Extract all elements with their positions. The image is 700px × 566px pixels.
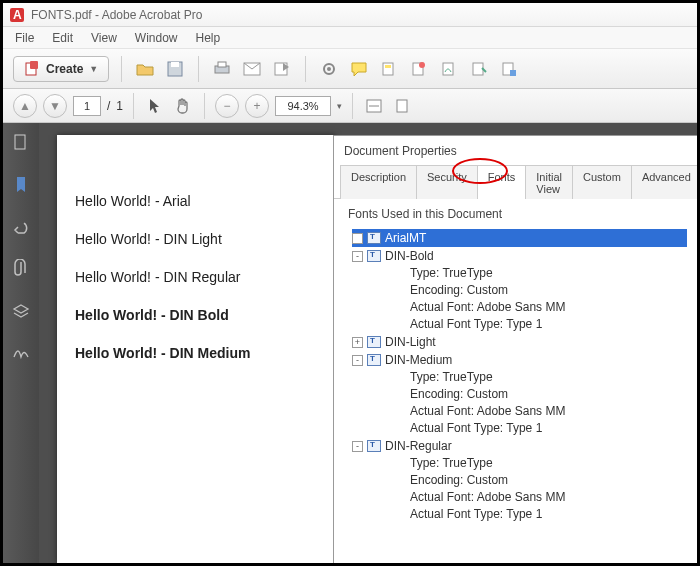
create-label: Create (46, 62, 83, 76)
fit-width-icon[interactable] (363, 95, 385, 117)
create-button[interactable]: Create ▼ (13, 56, 109, 82)
zoom-out-button[interactable]: − (215, 94, 239, 118)
expander-icon[interactable]: + (352, 233, 363, 244)
font-detail-encoding: Encoding: Custom (352, 282, 687, 299)
zoom-in-button[interactable]: + (245, 94, 269, 118)
font-detail-type: Type: TrueType (352, 265, 687, 282)
document-area: Hello World! - Arial Hello World! - DIN … (39, 123, 697, 563)
svg-rect-3 (30, 61, 38, 69)
separator (352, 93, 353, 119)
attach-icon[interactable] (468, 58, 490, 80)
svg-text:A: A (13, 8, 22, 22)
fonts-section-label: Fonts Used in this Document (334, 199, 697, 225)
expander-icon[interactable]: - (352, 355, 363, 366)
open-icon[interactable] (134, 58, 156, 80)
tab-custom[interactable]: Custom (572, 165, 632, 199)
font-icon (367, 354, 381, 366)
font-node-din-medium[interactable]: - DIN-Medium (352, 351, 687, 369)
zoom-input[interactable] (275, 96, 331, 116)
tab-security[interactable]: Security (416, 165, 478, 199)
separator (133, 93, 134, 119)
app-icon: A (9, 7, 25, 23)
comment-icon[interactable] (348, 58, 370, 80)
menu-view[interactable]: View (83, 29, 125, 47)
email-icon[interactable] (241, 58, 263, 80)
fit-page-icon[interactable] (391, 95, 413, 117)
expander-icon[interactable]: + (352, 337, 363, 348)
highlight-icon[interactable] (378, 58, 400, 80)
svg-rect-13 (385, 65, 391, 68)
font-detail-encoding: Encoding: Custom (352, 472, 687, 489)
menu-file[interactable]: File (7, 29, 42, 47)
font-detail-encoding: Encoding: Custom (352, 386, 687, 403)
expander-icon[interactable]: - (352, 251, 363, 262)
sample-line-din-regular: Hello World! - DIN Regular (75, 269, 317, 285)
toolbar-main: Create ▼ (3, 49, 697, 89)
font-name: DIN-Medium (385, 353, 452, 367)
menu-window[interactable]: Window (127, 29, 186, 47)
svg-rect-7 (218, 62, 226, 67)
separator (204, 93, 205, 119)
share-icon[interactable] (271, 58, 293, 80)
font-detail-actual-font: Actual Font: Adobe Sans MM (352, 403, 687, 420)
save-icon[interactable] (164, 58, 186, 80)
font-name: DIN-Bold (385, 249, 434, 263)
fonts-tree: + ArialMT - DIN-Bold Type: TrueType Enco… (334, 225, 697, 533)
panel-title: Document Properties (334, 136, 697, 164)
page-down-button[interactable]: ▼ (43, 94, 67, 118)
expander-icon[interactable]: - (352, 441, 363, 452)
tab-fonts[interactable]: Fonts (477, 165, 527, 199)
font-node-din-light[interactable]: + DIN-Light (352, 333, 687, 351)
font-icon (367, 232, 381, 244)
page-number-input[interactable] (73, 96, 101, 116)
gear-icon[interactable] (318, 58, 340, 80)
menu-help[interactable]: Help (188, 29, 229, 47)
attachments-icon[interactable] (11, 259, 31, 279)
chevron-down-icon: ▼ (89, 64, 98, 74)
font-name: DIN-Light (385, 335, 436, 349)
svg-rect-5 (171, 62, 179, 67)
app-frame: A FONTS.pdf - Adobe Acrobat Pro File Edi… (0, 0, 700, 566)
select-tool-icon[interactable] (144, 95, 166, 117)
svg-point-15 (419, 62, 425, 68)
toolbar-nav: ▲ ▼ / 1 − + ▾ (3, 89, 697, 123)
font-detail-actual-type: Actual Font Type: Type 1 (352, 316, 687, 333)
undo-icon[interactable] (11, 217, 31, 237)
font-icon (367, 336, 381, 348)
font-name: ArialMT (385, 231, 426, 245)
font-detail-type: Type: TrueType (352, 369, 687, 386)
pdf-page: Hello World! - Arial Hello World! - DIN … (57, 135, 335, 563)
thumbnails-icon[interactable] (11, 133, 31, 153)
menu-edit[interactable]: Edit (44, 29, 81, 47)
font-node-arialmt[interactable]: + ArialMT (352, 229, 687, 247)
layers-icon[interactable] (11, 301, 31, 321)
font-name: DIN-Regular (385, 439, 452, 453)
sample-line-din-medium: Hello World! - DIN Medium (75, 345, 317, 361)
font-icon (367, 440, 381, 452)
tab-description[interactable]: Description (340, 165, 417, 199)
bookmarks-icon[interactable] (11, 175, 31, 195)
page-up-button[interactable]: ▲ (13, 94, 37, 118)
form-icon[interactable] (498, 58, 520, 80)
svg-rect-17 (473, 63, 483, 75)
tab-initial-view[interactable]: Initial View (525, 165, 573, 199)
menubar: File Edit View Window Help (3, 27, 697, 49)
font-detail-actual-font: Actual Font: Adobe Sans MM (352, 489, 687, 506)
hand-tool-icon[interactable] (172, 95, 194, 117)
separator (198, 56, 199, 82)
workspace: Hello World! - Arial Hello World! - DIN … (3, 123, 697, 563)
svg-point-11 (327, 67, 331, 71)
zoom-dropdown-icon[interactable]: ▾ (337, 101, 342, 111)
page-sep: / (107, 99, 110, 113)
sign-icon[interactable] (438, 58, 460, 80)
stamp-icon[interactable] (408, 58, 430, 80)
print-icon[interactable] (211, 58, 233, 80)
signatures-icon[interactable] (11, 343, 31, 363)
font-node-din-regular[interactable]: - DIN-Regular (352, 437, 687, 455)
titlebar: A FONTS.pdf - Adobe Acrobat Pro (3, 3, 697, 27)
svg-rect-12 (383, 63, 393, 75)
tab-advanced[interactable]: Advanced (631, 165, 700, 199)
sample-line-arial: Hello World! - Arial (75, 193, 317, 209)
nav-sidebar (3, 123, 39, 563)
font-node-din-bold[interactable]: - DIN-Bold (352, 247, 687, 265)
